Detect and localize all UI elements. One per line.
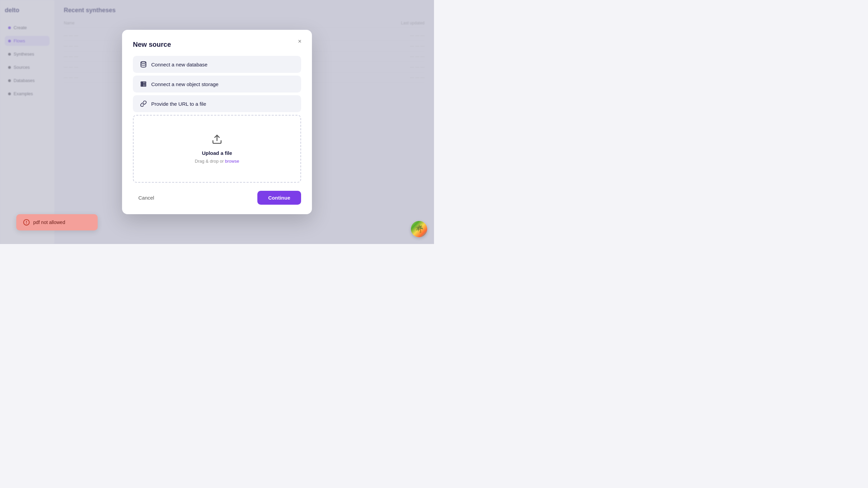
upload-subtitle: Drag & drop or browse bbox=[195, 159, 239, 164]
url-file-label: Provide the URL to a file bbox=[151, 101, 206, 107]
modal-overlay: New source × Connect a new database bbox=[0, 0, 434, 244]
connect-database-label: Connect a new database bbox=[151, 62, 208, 67]
avatar[interactable]: 🌴 bbox=[411, 221, 427, 237]
close-icon: × bbox=[298, 38, 302, 44]
modal-footer: Cancel Continue bbox=[133, 191, 301, 205]
connect-database-button[interactable]: Connect a new database bbox=[133, 56, 301, 73]
svg-point-4 bbox=[142, 82, 142, 82]
browse-link[interactable]: browse bbox=[225, 159, 239, 164]
storage-icon bbox=[140, 80, 147, 88]
svg-point-0 bbox=[141, 62, 146, 63]
modal-title: New source bbox=[133, 41, 301, 48]
file-drop-zone[interactable]: Upload a file Drag & drop or browse bbox=[133, 115, 301, 183]
toast-message: pdf not allowed bbox=[33, 220, 65, 225]
upload-icon bbox=[212, 134, 222, 146]
link-icon bbox=[140, 100, 147, 107]
new-source-modal: New source × Connect a new database bbox=[122, 30, 312, 214]
connect-storage-button[interactable]: Connect a new object storage bbox=[133, 76, 301, 93]
svg-rect-3 bbox=[141, 85, 146, 86]
svg-rect-1 bbox=[141, 82, 146, 83]
drag-drop-text: Drag & drop or bbox=[195, 159, 225, 164]
upload-title: Upload a file bbox=[202, 150, 232, 156]
svg-point-5 bbox=[142, 84, 142, 84]
error-circle-icon bbox=[23, 219, 30, 226]
toast-notification: pdf not allowed bbox=[16, 214, 98, 230]
svg-point-6 bbox=[142, 85, 142, 86]
database-icon bbox=[140, 61, 147, 68]
url-file-button[interactable]: Provide the URL to a file bbox=[133, 95, 301, 112]
continue-button[interactable]: Continue bbox=[257, 191, 301, 205]
close-button[interactable]: × bbox=[295, 37, 304, 46]
connect-storage-label: Connect a new object storage bbox=[151, 81, 218, 87]
cancel-button[interactable]: Cancel bbox=[133, 191, 160, 204]
svg-rect-2 bbox=[141, 83, 146, 84]
